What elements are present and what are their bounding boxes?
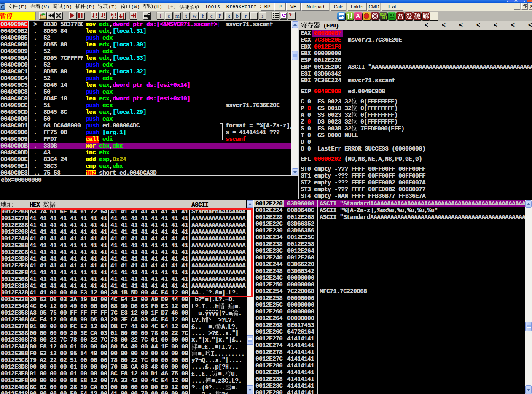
svg-text:A: A [356,13,360,19]
svg-text:?: ? [289,13,292,19]
svg-text:101: 101 [381,16,387,20]
